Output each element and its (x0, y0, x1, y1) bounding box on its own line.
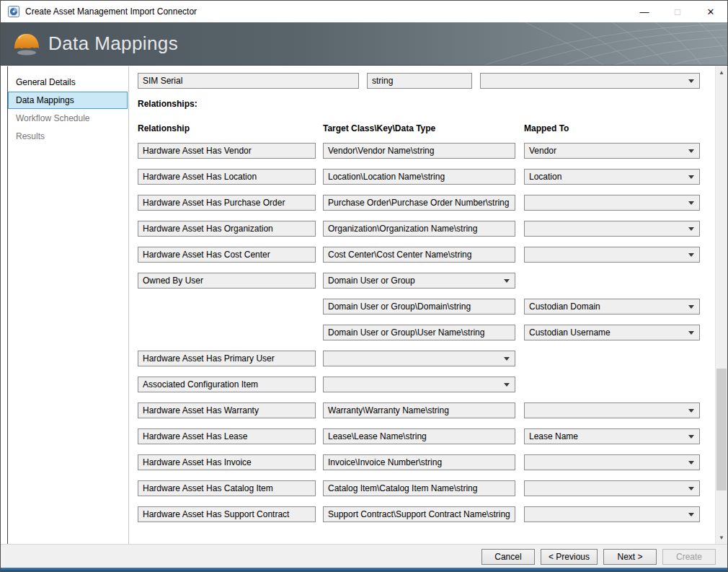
mapping-row: Hardware Asset Has Primary User (138, 351, 706, 366)
rel-cell: Hardware Asset Has Catalog Item (138, 480, 316, 496)
rel-textbox[interactable]: Hardware Asset Has Organization (138, 221, 316, 237)
mapped-combo[interactable] (524, 195, 700, 211)
mapped-cell (524, 402, 700, 418)
rel-cell: Hardware Asset Has Support Contract (138, 506, 316, 522)
rel-textbox[interactable]: Hardware Asset Has Lease (138, 428, 316, 444)
combo-value: Custodian Domain (529, 302, 600, 312)
scroll-up-button[interactable]: ▲ (716, 66, 727, 79)
rel-textbox[interactable]: Associated Configuration Item (138, 377, 316, 392)
sidebar-item-general-details[interactable]: General Details (8, 74, 128, 91)
target-cell: Support Contract\Support Contract Name\s… (323, 506, 515, 522)
close-button[interactable]: ✕ (694, 1, 727, 22)
next-button[interactable]: Next > (603, 549, 657, 565)
rel-textbox[interactable]: Hardware Asset Has Invoice (138, 454, 316, 470)
property-mapped-to-combo[interactable] (480, 73, 700, 89)
mapping-row: Hardware Asset Has WarrantyWarranty\Warr… (138, 402, 706, 418)
mapping-row: Hardware Asset Has OrganizationOrganizat… (138, 221, 706, 237)
mapping-row: Domain User or Group\Domain\stringCustod… (138, 299, 706, 314)
target-textbox[interactable]: Organization\Organization Name\string (323, 221, 515, 237)
sidebar-item-data-mappings[interactable]: Data Mappings (8, 92, 128, 109)
dialog-window: Create Asset Management Import Connector… (0, 0, 728, 572)
relationship-rows: Hardware Asset Has VendorVendor\Vendor N… (138, 143, 706, 522)
rel-textbox[interactable]: Hardware Asset Has Cost Center (138, 247, 316, 263)
mapped-combo[interactable]: Custodian Username (524, 325, 700, 340)
mapped-combo[interactable]: Lease Name (524, 428, 700, 444)
app-icon (8, 6, 19, 17)
previous-button[interactable]: < Previous (541, 549, 598, 565)
scroll-thumb[interactable] (716, 369, 727, 491)
sidebar-item-workflow-schedule[interactable]: Workflow Schedule (8, 110, 128, 127)
rel-cell: Hardware Asset Has Invoice (138, 454, 316, 470)
property-datatype-textbox[interactable]: string (367, 73, 472, 89)
mapped-cell: Custodian Domain (524, 299, 700, 314)
property-name-textbox[interactable]: SIM Serial (138, 73, 359, 89)
target-cell: Warranty\Warranty Name\string (323, 402, 515, 418)
target-cell: Organization\Organization Name\string (323, 221, 515, 237)
chevron-down-icon (688, 331, 694, 335)
rel-textbox[interactable]: Hardware Asset Has Location (138, 169, 316, 185)
target-combo[interactable] (323, 351, 515, 366)
rel-cell: Hardware Asset Has Warranty (138, 402, 316, 418)
rel-cell: Hardware Asset Has Vendor (138, 143, 316, 159)
scroll-track[interactable] (716, 79, 727, 532)
mapping-row: Hardware Asset Has InvoiceInvoice\Invoic… (138, 454, 706, 470)
mapped-cell (524, 221, 700, 237)
target-textbox[interactable]: Cost Center\Cost Center Name\string (323, 247, 515, 263)
target-textbox[interactable]: Vendor\Vendor Name\string (323, 143, 515, 159)
target-textbox[interactable]: Purchase Order\Purchase Order Number\str… (323, 195, 515, 211)
rel-textbox[interactable]: Hardware Asset Has Catalog Item (138, 480, 316, 496)
banner-mesh-decoration (381, 22, 727, 66)
maximize-button[interactable]: □ (661, 1, 694, 22)
mapped-cell: Lease Name (524, 428, 700, 444)
target-textbox[interactable]: Domain User or Group\Domain\string (323, 299, 515, 314)
rel-cell: Hardware Asset Has Cost Center (138, 247, 316, 263)
target-textbox[interactable]: Domain User or Group\User Name\string (323, 325, 515, 340)
mapped-combo[interactable]: Location (524, 169, 700, 185)
relationships-label: Relationships: (138, 99, 706, 109)
mapped-cell (524, 480, 700, 496)
mapped-cell: Custodian Username (524, 325, 700, 340)
cancel-button[interactable]: Cancel (481, 549, 535, 565)
mapped-combo[interactable] (524, 402, 700, 418)
rel-textbox[interactable]: Hardware Asset Has Vendor (138, 143, 316, 159)
rel-textbox[interactable]: Hardware Asset Has Warranty (138, 402, 316, 418)
chevron-down-icon (688, 253, 694, 257)
chevron-down-icon (688, 409, 694, 413)
mapped-combo[interactable] (524, 506, 700, 522)
target-combo[interactable]: Domain User or Group (323, 273, 515, 289)
mapping-row: Hardware Asset Has LeaseLease\Lease Name… (138, 428, 706, 444)
minimize-button[interactable]: — (628, 1, 661, 22)
mapped-combo[interactable]: Vendor (524, 143, 700, 159)
target-cell: Cost Center\Cost Center Name\string (323, 247, 515, 263)
mapped-combo[interactable] (524, 480, 700, 496)
target-textbox[interactable]: Catalog Item\Catalog Item Name\string (323, 480, 515, 496)
window-title: Create Asset Management Import Connector (25, 6, 197, 17)
mapped-cell (524, 351, 700, 366)
target-textbox[interactable]: Invoice\Invoice Number\string (323, 454, 515, 470)
sidebar-item-results[interactable]: Results (8, 128, 128, 145)
combo-value: Location (529, 172, 561, 182)
mapped-combo[interactable] (524, 221, 700, 237)
vertical-scrollbar[interactable]: ▲ ▼ (715, 66, 727, 544)
chevron-down-icon (688, 79, 694, 83)
rel-textbox[interactable]: Hardware Asset Has Primary User (138, 351, 316, 366)
rel-textbox[interactable]: Hardware Asset Has Support Contract (138, 506, 316, 522)
mapped-combo[interactable]: Custodian Domain (524, 299, 700, 314)
mapped-combo[interactable] (524, 247, 700, 263)
titlebar: Create Asset Management Import Connector… (1, 1, 727, 22)
mapped-cell (524, 273, 700, 289)
wizard-sidebar: General DetailsData MappingsWorkflow Sch… (1, 66, 129, 544)
mappings-content: SIM Serial string Relationships: Relatio… (129, 66, 715, 544)
target-textbox[interactable]: Lease\Lease Name\string (323, 428, 515, 444)
create-button: Create (662, 549, 716, 565)
target-textbox[interactable]: Warranty\Warranty Name\string (323, 402, 515, 418)
scroll-down-button[interactable]: ▼ (716, 532, 727, 544)
rel-textbox[interactable]: Hardware Asset Has Purchase Order (138, 195, 316, 211)
mapped-combo[interactable] (524, 454, 700, 470)
target-textbox[interactable]: Location\Location Name\string (323, 169, 515, 185)
target-combo[interactable] (323, 377, 515, 392)
rel-cell (138, 325, 316, 340)
target-textbox[interactable]: Support Contract\Support Contract Name\s… (323, 506, 515, 522)
rel-textbox[interactable]: Owned By User (138, 273, 316, 289)
target-cell (323, 377, 515, 392)
